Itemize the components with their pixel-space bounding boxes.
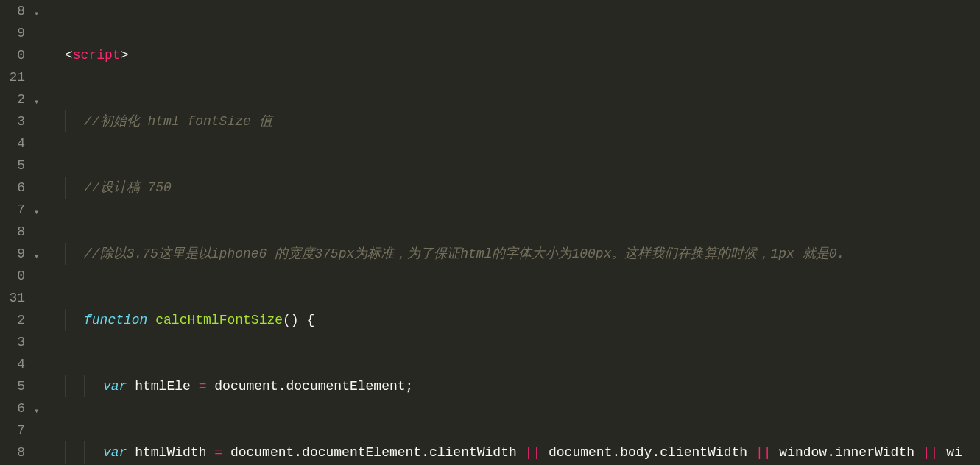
code-area[interactable]: <script> //初始化 html fontSize 值 //设计稿 750… [46,0,980,465]
fold-marker-icon[interactable] [32,0,46,22]
fold-column [32,0,46,465]
code-editor[interactable]: 8 9 0 21 2 3 4 5 6 7 8 9 0 31 2 3 4 5 6 … [0,0,980,465]
line-number: 2 [0,309,25,331]
line-number: 31 [0,287,25,309]
line-number: 8 [0,221,25,243]
line-number: 3 [0,331,25,353]
line-number: 3 [0,110,25,132]
fold-marker-icon[interactable] [32,199,46,221]
fold-marker-icon[interactable] [32,397,46,419]
line-number: 5 [0,375,25,397]
line-number: 0 [0,265,25,287]
line-number: 9 [0,22,25,44]
line-number: 7 [0,419,25,441]
line-number: 21 [0,66,25,88]
line-number: 4 [0,132,25,155]
code-line[interactable]: //初始化 html fontSize 值 [46,110,980,132]
code-line[interactable]: //设计稿 750 [46,177,980,199]
line-number: 0 [0,44,25,66]
line-number: 8 [0,441,25,464]
code-line[interactable]: <script> [46,44,980,66]
line-number-gutter: 8 9 0 21 2 3 4 5 6 7 8 9 0 31 2 3 4 5 6 … [0,0,32,465]
code-line[interactable]: //除以3.75这里是以iphone6 的宽度375px为标准，为了保证html… [46,243,980,265]
code-line[interactable]: var htmlWidth = document.documentElement… [46,441,980,464]
code-line[interactable]: function calcHtmlFontSize() { [46,309,980,331]
line-number: 7 [0,199,25,221]
code-line[interactable]: var htmlEle = document.documentElement; [46,375,980,397]
fold-marker-icon[interactable] [32,88,46,110]
line-number: 2 [0,88,25,110]
line-number: 4 [0,353,25,375]
line-number: 5 [0,155,25,177]
fold-marker-icon[interactable] [32,243,46,265]
line-number: 6 [0,177,25,199]
line-number: 6 [0,397,25,419]
line-number: 8 [0,0,25,22]
line-number: 9 [0,243,25,265]
